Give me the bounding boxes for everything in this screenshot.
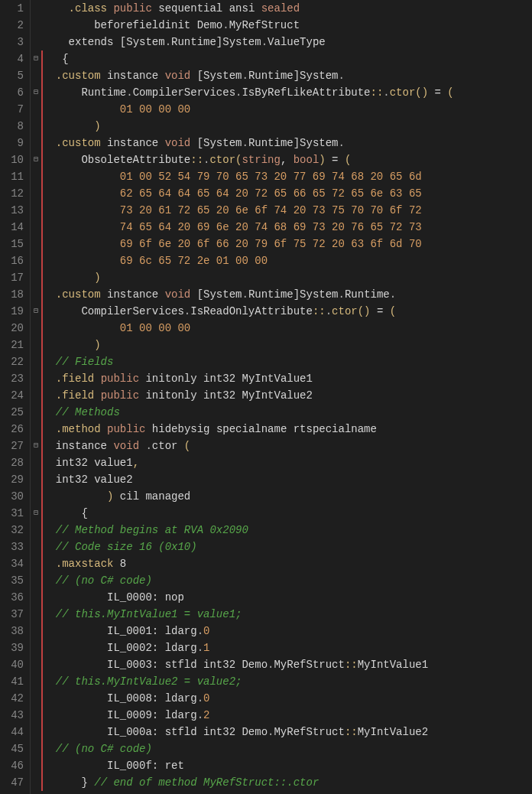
line-number: 21 [6,337,24,353]
fold-marker [31,219,41,236]
fold-marker [31,337,41,353]
code-line[interactable]: .custom instance void [System.Runtime]Sy… [41,286,532,303]
fold-marker [31,740,41,757]
code-line[interactable]: .custom instance void [System.Runtime]Sy… [41,135,532,151]
code-line[interactable]: beforefieldinit Demo.MyRefStruct [43,17,532,34]
code-line[interactable]: 62 65 64 64 65 64 20 72 65 66 65 72 65 6… [41,185,532,202]
code-line[interactable]: // Methods [41,404,532,421]
code-line[interactable]: // this.MyIntValue1 = value1; [41,606,532,623]
line-number: 24 [6,387,24,404]
code-line[interactable]: 01 00 00 00 [41,320,532,337]
code-line[interactable]: extends [System.Runtime]System.ValueType [43,34,532,50]
code-line[interactable]: IL_0001: ldarg.0 [41,623,532,639]
code-line[interactable]: ) [41,337,532,353]
fold-marker [31,286,41,303]
code-line[interactable]: .method public hidebysig specialname rts… [41,421,532,438]
fold-marker [31,269,41,286]
code-line[interactable]: int32 value1, [41,454,532,471]
code-line[interactable]: .class public sequential ansi sealed [43,0,532,17]
line-number: 14 [6,219,24,236]
line-number: 27 [6,438,24,454]
fold-marker[interactable]: ⊟ [31,84,41,101]
code-line[interactable]: { [41,505,532,522]
line-number: 29 [6,471,24,488]
code-line[interactable]: // this.MyIntValue2 = value2; [41,673,532,690]
line-number: 36 [6,589,24,606]
code-line[interactable]: 74 65 64 20 69 6e 20 74 68 69 73 20 76 6… [41,219,532,236]
fold-marker [31,118,41,135]
code-line[interactable]: IL_0003: stfld int32 Demo.MyRefStruct::M… [41,656,532,673]
code-line[interactable]: // Fields [41,353,532,370]
fold-marker [31,606,41,623]
code-line[interactable]: ) [41,269,532,286]
fold-marker [31,404,41,421]
fold-marker[interactable]: ⊟ [31,50,41,67]
code-line[interactable]: IL_0009: ldarg.2 [41,707,532,724]
fold-marker [31,135,41,151]
line-number: 18 [6,286,24,303]
fold-marker[interactable]: ⊟ [31,505,41,522]
code-line[interactable]: ) [41,118,532,135]
line-number: 39 [6,639,24,656]
line-number: 30 [6,488,24,505]
code-line[interactable]: ObsoleteAttribute::.ctor(string, bool) =… [41,151,532,168]
code-line[interactable]: // (no C# code) [41,572,532,589]
line-number: 23 [6,370,24,387]
line-number: 43 [6,707,24,724]
code-line[interactable]: IL_000a: stfld int32 Demo.MyRefStruct::M… [41,724,532,740]
code-line[interactable]: int32 value2 [41,471,532,488]
code-line[interactable]: CompilerServices.IsReadOnlyAttribute::.c… [41,303,532,320]
fold-marker[interactable]: ⊟ [31,438,41,454]
line-number: 22 [6,353,24,370]
line-number: 44 [6,724,24,740]
code-line[interactable]: 01 00 52 54 79 70 65 73 20 77 69 74 68 2… [41,168,532,185]
line-number: 6 [6,84,24,101]
code-line[interactable]: ) cil managed [41,488,532,505]
code-line[interactable]: instance void .ctor ( [41,438,532,454]
code-line[interactable]: // Method begins at RVA 0x2090 [41,522,532,539]
fold-marker [31,471,41,488]
fold-marker [31,17,41,34]
line-number: 15 [6,236,24,252]
code-line[interactable]: IL_000f: ret [41,757,532,774]
line-number: 16 [6,252,24,269]
code-line[interactable]: IL_0008: ldarg.0 [41,690,532,707]
code-line[interactable]: 69 6f 6e 20 6f 66 20 79 6f 75 72 20 63 6… [41,236,532,252]
fold-marker [31,34,41,50]
code-line[interactable]: IL_0000: nop [41,589,532,606]
code-line[interactable]: .field public initonly int32 MyIntValue2 [41,387,532,404]
fold-marker [31,236,41,252]
line-number: 47 [6,774,24,791]
code-line[interactable]: Runtime.CompilerServices.IsByRefLikeAttr… [41,84,532,101]
fold-marker [31,454,41,471]
code-line[interactable]: 73 20 61 72 65 20 6e 6f 74 20 73 75 70 7… [41,202,532,219]
fold-marker [31,757,41,774]
line-number: 2 [6,17,24,34]
code-line[interactable]: { [41,50,532,67]
fold-marker [31,522,41,539]
code-line[interactable]: 01 00 00 00 [41,101,532,118]
line-number: 33 [6,539,24,555]
code-line[interactable]: IL_0002: ldarg.1 [41,639,532,656]
line-number: 17 [6,269,24,286]
fold-marker [31,353,41,370]
fold-marker [31,488,41,505]
fold-marker [31,724,41,740]
fold-marker[interactable]: ⊟ [31,303,41,320]
fold-marker[interactable]: ⊟ [31,151,41,168]
fold-marker [31,623,41,639]
line-number: 1 [6,0,24,17]
fold-marker [31,774,41,791]
code-line[interactable]: // (no C# code) [41,740,532,757]
line-number: 3 [6,34,24,50]
code-line[interactable]: .custom instance void [System.Runtime]Sy… [41,67,532,84]
code-line[interactable]: } // end of method MyRefStruct::.ctor [41,774,532,791]
line-number: 35 [6,572,24,589]
code-line[interactable]: .maxstack 8 [41,555,532,572]
code-line[interactable]: .field public initonly int32 MyIntValue1 [41,370,532,387]
code-line[interactable]: // Code size 16 (0x10) [41,539,532,555]
line-number: 42 [6,690,24,707]
code-editor[interactable]: .class public sequential ansi sealed bef… [41,0,532,794]
line-number: 46 [6,757,24,774]
code-line[interactable]: 69 6c 65 72 2e 01 00 00 [41,252,532,269]
